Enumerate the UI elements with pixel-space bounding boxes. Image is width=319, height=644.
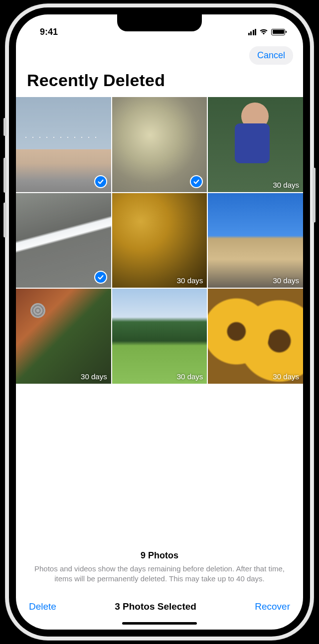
cellular-icon (248, 29, 257, 35)
recover-button[interactable]: Recover (255, 601, 290, 612)
days-remaining-label: 30 days (273, 181, 299, 189)
battery-icon (271, 29, 285, 35)
photo-thumbnail[interactable]: 30 days (208, 289, 303, 384)
cancel-button[interactable]: Cancel (249, 46, 293, 65)
photo-thumbnail[interactable] (16, 193, 111, 288)
photo-thumbnail[interactable] (16, 97, 111, 192)
days-remaining-label: 30 days (81, 372, 107, 381)
photo-thumbnail[interactable]: 30 days (112, 193, 207, 288)
days-remaining-label: 30 days (273, 372, 299, 381)
summary-description: Photos and videos show the days remainin… (26, 564, 293, 584)
selection-count-label: 3 Photos Selected (115, 601, 196, 612)
delete-button[interactable]: Delete (29, 601, 56, 612)
checkmark-icon (190, 175, 203, 188)
status-time: 9:41 (40, 27, 58, 37)
checkmark-icon (94, 175, 107, 188)
home-indicator[interactable] (122, 622, 197, 625)
device-notch (117, 14, 202, 31)
days-remaining-label: 30 days (177, 372, 203, 381)
photo-thumbnail[interactable]: 30 days (208, 97, 303, 192)
photo-thumbnail[interactable] (112, 97, 207, 192)
summary-block: 9 Photos Photos and videos show the days… (16, 384, 303, 591)
days-remaining-label: 30 days (177, 276, 203, 285)
page-title: Recently Deleted (16, 68, 303, 97)
checkmark-icon (94, 271, 107, 284)
photo-thumbnail[interactable]: 30 days (208, 193, 303, 288)
wifi-icon (259, 28, 268, 35)
days-remaining-label: 30 days (273, 276, 299, 285)
photo-grid: 30 days 30 days 30 days (16, 97, 303, 384)
nav-bar: Cancel (16, 40, 303, 68)
photo-thumbnail[interactable]: 30 days (112, 289, 207, 384)
photo-thumbnail[interactable]: 30 days (16, 289, 111, 384)
photo-count-label: 9 Photos (141, 550, 178, 561)
bottom-toolbar: Delete 3 Photos Selected Recover (16, 591, 303, 618)
